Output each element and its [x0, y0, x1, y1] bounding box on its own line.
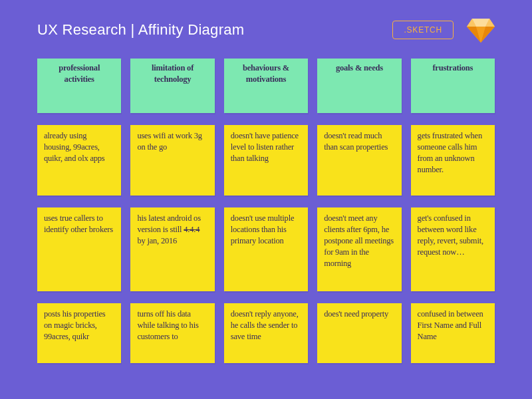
- sticky-note: doesn't meet any clients after 6pm, he p…: [317, 207, 401, 291]
- category-label: goals & needs: [336, 63, 383, 72]
- sticky-note: already using housing, 99acres, quikr, a…: [37, 125, 121, 196]
- note-text-post: by jan, 2016: [137, 236, 177, 245]
- category-label: behaviours & motivations: [243, 63, 289, 84]
- category-note: goals & needs: [317, 59, 401, 113]
- affinity-grid: professional activities limitation of te…: [0, 55, 532, 363]
- sticky-note: doesn't use multiple locations than his …: [224, 207, 308, 291]
- category-note: professional activities: [37, 59, 121, 113]
- note-text: doesn't use multiple locations than his …: [231, 213, 294, 245]
- category-note: frustrations: [411, 59, 495, 113]
- sticky-note: get's confused in between word like repl…: [411, 207, 495, 291]
- note-text: doesn't have patience level to listen ra…: [231, 131, 299, 163]
- note-text: doesn't read much than scan properties: [324, 131, 388, 152]
- note-text: confused in between First Name and Full …: [418, 309, 483, 341]
- note-text: turns off his data while talking to his …: [137, 309, 198, 341]
- sketch-button[interactable]: .SKETCH: [392, 21, 454, 39]
- sketch-diamond-icon: [467, 17, 495, 43]
- header: UX Research | Affinity Diagram .SKETCH: [0, 0, 532, 55]
- sticky-note: posts his properties on magic bricks, 99…: [37, 303, 121, 363]
- sticky-note: uses wifi at work 3g on the go: [130, 125, 214, 196]
- sticky-note: gets frustrated when someone calls him f…: [411, 125, 495, 196]
- note-text: uses wifi at work 3g on the go: [137, 131, 201, 152]
- category-note: limitation of technology: [130, 59, 214, 113]
- note-text: doesn't reply anyone, he calls the sende…: [231, 309, 299, 341]
- category-note: behaviours & motivations: [224, 59, 308, 113]
- sticky-note: his latest android os version is still 4…: [130, 207, 214, 291]
- note-text: gets frustrated when someone calls him f…: [418, 131, 482, 174]
- note-text: posts his properties on magic bricks, 99…: [44, 309, 106, 341]
- note-text: already using housing, 99acres, quikr, a…: [44, 131, 105, 163]
- sticky-note: does't need property: [317, 303, 401, 363]
- category-label: frustrations: [432, 63, 473, 72]
- sticky-note: confused in between First Name and Full …: [411, 303, 495, 363]
- note-text: get's confused in between word like repl…: [418, 213, 483, 257]
- page-title: UX Research | Affinity Diagram: [37, 21, 244, 39]
- category-label: limitation of technology: [152, 63, 194, 84]
- note-text: does't need property: [324, 309, 388, 319]
- sticky-note: doesn't have patience level to listen ra…: [224, 125, 308, 196]
- sticky-note: doesn't read much than scan properties: [317, 125, 401, 196]
- note-text: uses true callers to identify other brok…: [44, 213, 113, 234]
- sticky-note: turns off his data while talking to his …: [130, 303, 214, 363]
- sticky-note: uses true callers to identify other brok…: [37, 207, 121, 291]
- category-label: professional activities: [59, 63, 100, 84]
- sticky-note: doesn't reply anyone, he calls the sende…: [224, 303, 308, 363]
- note-text-strike: 4.4.4: [184, 225, 200, 234]
- header-actions: .SKETCH: [392, 17, 495, 43]
- note-text: doesn't meet any clients after 6pm, he p…: [324, 213, 394, 268]
